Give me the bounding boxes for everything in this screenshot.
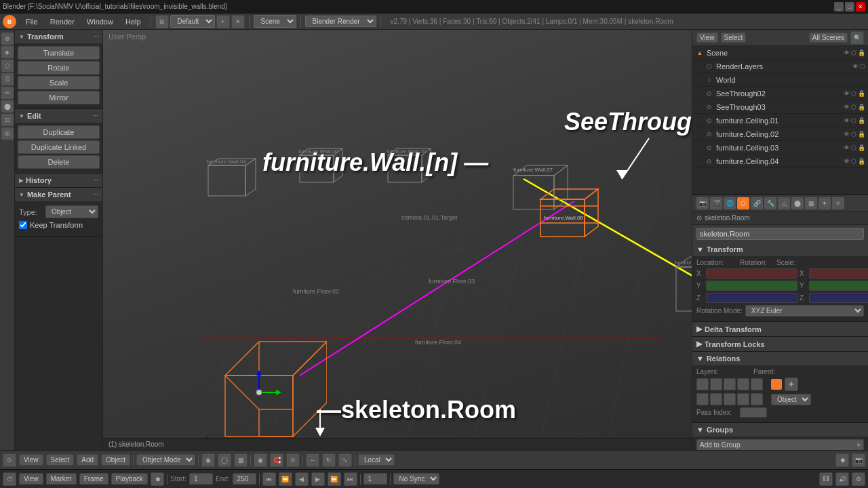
add-to-group-button[interactable]: Add to Group + bbox=[696, 439, 864, 450]
pass-index-input[interactable]: 0 bbox=[740, 407, 767, 418]
transform-header[interactable]: ▼ Transform ··· bbox=[15, 30, 102, 43]
mirror-button[interactable]: Mirror bbox=[18, 91, 100, 104]
toolbar-icon-3[interactable]: ⬡ bbox=[1, 60, 14, 72]
parent-type-relations-select[interactable]: Object bbox=[771, 394, 811, 405]
layer-10[interactable] bbox=[751, 393, 763, 405]
outliner-row-ceiling02[interactable]: ⊙ furniture.Ceiling.02 👁 ⬡ 🔒 bbox=[692, 127, 868, 141]
delete-button[interactable]: Delete bbox=[18, 155, 100, 169]
rot-z-input[interactable]: 0° bbox=[809, 293, 868, 303]
end-frame-input[interactable] bbox=[233, 473, 256, 485]
viewport-shading-wire[interactable]: ◯ bbox=[218, 453, 231, 467]
menu-render[interactable]: Render bbox=[45, 16, 80, 27]
snap-icon[interactable]: 🧲 bbox=[270, 453, 283, 467]
viewport-type-icon[interactable]: ⊙ bbox=[3, 453, 16, 467]
rotation-mode-select[interactable]: XYZ Euler bbox=[745, 305, 864, 317]
object-menu-btn[interactable]: Object bbox=[101, 454, 130, 466]
translate-icon[interactable]: ↔ bbox=[306, 453, 319, 467]
timeline-marker-btn[interactable]: Marker bbox=[46, 473, 77, 485]
modifier-prop-icon[interactable]: 🔧 bbox=[764, 197, 776, 209]
sync-options-btn[interactable]: ⚙ bbox=[852, 472, 865, 486]
outliner-row-seethrough02[interactable]: ⊙ SeeThrough02 👁 ⬡ 🔒 bbox=[692, 87, 868, 100]
outliner-row-scene[interactable]: ▲ Scene 👁 ⬡ 🔒 bbox=[692, 46, 868, 60]
object-mode-select[interactable]: Object Mode bbox=[136, 454, 195, 466]
del-screen-icon[interactable]: ✕ bbox=[231, 15, 245, 28]
record-icon[interactable]: ⏺ bbox=[835, 453, 849, 467]
rotate-icon[interactable]: ↻ bbox=[322, 453, 336, 467]
loc-z-input[interactable]: 0.00000 bbox=[706, 293, 797, 303]
timeline-view-btn[interactable]: View bbox=[19, 473, 43, 485]
relations-header[interactable]: ▼ Relations bbox=[692, 352, 868, 365]
audio-mute-btn[interactable]: 🔊 bbox=[835, 472, 849, 486]
render-prop-icon[interactable]: 📷 bbox=[696, 197, 709, 209]
camera-icon[interactable]: 📷 bbox=[852, 453, 865, 467]
outliner-select-btn[interactable]: Select bbox=[721, 33, 747, 43]
sync-mode-select[interactable]: No Sync bbox=[393, 473, 439, 485]
add-menu-btn[interactable]: Add bbox=[77, 454, 98, 466]
select-menu-btn[interactable]: Select bbox=[46, 454, 75, 466]
play-btn[interactable]: ▶ bbox=[311, 472, 325, 486]
physics-prop-icon[interactable]: ⚛ bbox=[832, 197, 844, 209]
screen-layout-icon[interactable]: ⊞ bbox=[155, 15, 169, 28]
texture-prop-icon[interactable]: ▦ bbox=[805, 197, 817, 209]
toolbar-icon-7[interactable]: ⊡ bbox=[1, 114, 14, 126]
menu-file[interactable]: File bbox=[20, 16, 43, 27]
layer-5[interactable] bbox=[751, 378, 763, 390]
parent-type-select[interactable]: Object bbox=[45, 205, 98, 218]
toolbar-icon-8[interactable]: ⊞ bbox=[1, 127, 14, 140]
close-button[interactable]: ✕ bbox=[856, 2, 865, 12]
loc-y-input[interactable]: -0.00003 bbox=[706, 281, 797, 291]
timeline-frame-btn[interactable]: Frame bbox=[79, 473, 108, 485]
next-keyframe-btn[interactable]: ⏭ bbox=[344, 472, 357, 486]
add-screen-icon[interactable]: + bbox=[216, 15, 230, 28]
edit-header[interactable]: ▼ Edit ··· bbox=[15, 109, 102, 123]
play-reverse-btn[interactable]: ◀ bbox=[295, 472, 309, 486]
outliner-row-ceiling03[interactable]: ⊙ furniture.Ceiling.03 👁 ⬡ 🔒 bbox=[692, 141, 868, 155]
rot-y-input[interactable]: 0° bbox=[809, 281, 868, 291]
menu-window[interactable]: Window bbox=[81, 16, 119, 27]
layer-9[interactable] bbox=[737, 393, 749, 405]
layer-8[interactable] bbox=[724, 393, 736, 405]
frame-rate-btn[interactable]: 🎞 bbox=[819, 472, 833, 486]
proportional-edit-icon[interactable]: ⊙ bbox=[286, 453, 300, 467]
play-forward-btn[interactable]: ⏩ bbox=[328, 472, 341, 486]
menu-help[interactable]: Help bbox=[120, 16, 146, 27]
toolbar-icon-4[interactable]: ☰ bbox=[1, 73, 14, 85]
outliner-row-world[interactable]: ○ World bbox=[692, 73, 868, 87]
timeline-record-icon[interactable]: ⏺ bbox=[151, 472, 164, 486]
constraint-prop-icon[interactable]: 🔗 bbox=[751, 197, 763, 209]
material-prop-icon[interactable]: ⬤ bbox=[791, 197, 804, 209]
outliner-view-btn[interactable]: View bbox=[696, 33, 718, 43]
viewport-shading-solid[interactable]: ◉ bbox=[201, 453, 215, 467]
rotate-button[interactable]: Rotate bbox=[18, 61, 100, 75]
make-parent-header[interactable]: ▼ Make Parent ··· bbox=[15, 188, 102, 201]
transform-prop-header[interactable]: ▼ Transform bbox=[692, 243, 868, 256]
layer-1[interactable] bbox=[696, 378, 709, 390]
toolbar-icon-2[interactable]: ◈ bbox=[1, 46, 14, 58]
parent-eyedropper-btn[interactable]: ✚ bbox=[785, 378, 798, 391]
maximize-button[interactable]: □ bbox=[845, 2, 854, 12]
object-name-input[interactable] bbox=[696, 228, 864, 240]
scale-button[interactable]: Scale bbox=[18, 76, 100, 89]
translate-button[interactable]: Translate bbox=[18, 46, 100, 60]
transform-locks-header[interactable]: ▶ Transform Locks bbox=[692, 337, 868, 351]
loc-x-input[interactable]: 0.00003 bbox=[706, 268, 797, 279]
parent-color-swatch[interactable] bbox=[771, 379, 782, 390]
toolbar-icon-5[interactable]: ✏ bbox=[1, 87, 14, 99]
screen-layout-select[interactable]: Default bbox=[170, 15, 215, 28]
outliner-search-btn[interactable]: 🔍 bbox=[850, 31, 864, 45]
prev-keyframe-btn[interactable]: ⏪ bbox=[279, 472, 292, 486]
outliner-row-renderlayers[interactable]: ⬡ RenderLayers 👁 ⬡ bbox=[692, 60, 868, 73]
outliner-row-seethrough03[interactable]: ⊙ SeeThrough03 👁 ⬡ 🔒 bbox=[692, 100, 868, 114]
layer-3[interactable] bbox=[724, 378, 736, 390]
delta-transform-header[interactable]: ▶ Delta Transform bbox=[692, 322, 868, 336]
viewport[interactable]: .grid-line { stroke: #555; stroke-width:… bbox=[103, 30, 692, 450]
rot-x-input[interactable]: 0° bbox=[809, 268, 868, 279]
layer-7[interactable] bbox=[710, 393, 722, 405]
scale-icon[interactable]: ⤡ bbox=[338, 453, 352, 467]
jump-start-btn[interactable]: ⏮ bbox=[262, 472, 276, 486]
view-menu-btn[interactable]: View bbox=[19, 454, 43, 466]
transform-orient-select[interactable]: Local bbox=[358, 454, 395, 466]
toolbar-icon-1[interactable]: ⊕ bbox=[1, 33, 14, 45]
duplicate-linked-button[interactable]: Duplicate Linked bbox=[18, 140, 100, 154]
layer-4[interactable] bbox=[737, 378, 749, 390]
